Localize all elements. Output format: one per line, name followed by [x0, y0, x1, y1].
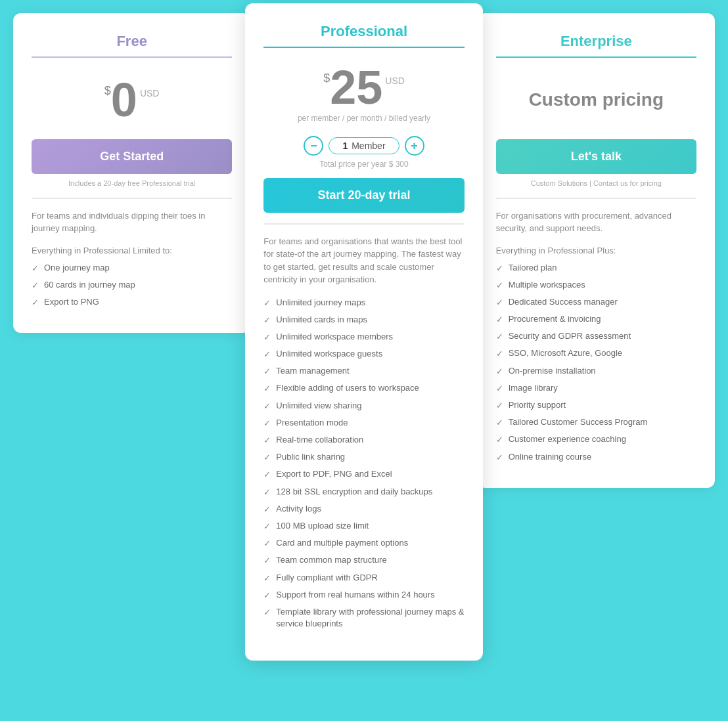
list-item: ✓Team common map structure — [263, 554, 464, 567]
list-item: ✓Dedicated Success manager — [496, 296, 696, 309]
professional-features-list: ✓Unlimited journey maps✓Unlimited cards … — [263, 297, 464, 630]
list-item: ✓Procurement & invoicing — [496, 313, 696, 326]
check-icon: ✓ — [263, 332, 271, 343]
enterprise-plan-title: Enterprise — [496, 33, 696, 50]
professional-price-subtitle: per member / per month / billed yearly — [298, 114, 430, 123]
list-item: ✓Unlimited workspace members — [263, 331, 464, 343]
check-icon: ✓ — [496, 383, 503, 395]
check-icon: ✓ — [263, 349, 271, 360]
professional-currency-symbol: $ — [323, 72, 330, 85]
list-item: ✓SSO, Microsoft Azure, Google — [496, 347, 696, 360]
check-icon: ✓ — [263, 504, 271, 515]
check-icon: ✓ — [263, 452, 271, 464]
check-icon: ✓ — [496, 314, 503, 326]
check-icon: ✓ — [32, 263, 39, 274]
free-features-list: ✓One journey map✓60 cards in journey map… — [32, 262, 232, 309]
list-item: ✓100 MB upload size limit — [263, 520, 464, 533]
check-icon: ✓ — [263, 573, 271, 584]
check-icon: ✓ — [263, 469, 271, 481]
list-item: ✓On-premise installation — [496, 365, 696, 378]
free-currency-symbol: $ — [104, 84, 111, 98]
check-icon: ✓ — [496, 400, 503, 412]
list-item: ✓Image library — [496, 382, 696, 395]
check-icon: ✓ — [496, 417, 503, 429]
enterprise-cta-button[interactable]: Let's talk — [496, 139, 696, 174]
check-icon: ✓ — [496, 434, 503, 446]
enterprise-section-divider — [496, 198, 696, 199]
list-item: ✓Template library with professional jour… — [263, 606, 464, 630]
plus-icon: + — [411, 140, 418, 152]
check-icon: ✓ — [496, 348, 503, 360]
check-icon: ✓ — [32, 280, 39, 292]
pricing-container: Free $ 0 USD Get Started Includes a 20-d… — [13, 13, 715, 661]
list-item: ✓60 cards in journey map — [32, 279, 232, 292]
list-item: ✓Public link sharing — [263, 451, 464, 464]
list-item: ✓Card and multiple payment options — [263, 537, 464, 550]
list-item: ✓128 bit SSL encryption and daily backup… — [263, 486, 464, 498]
member-selector: − 1 Member + — [263, 136, 464, 156]
enterprise-cta-sub: Custom Solutions | Contact us for pricin… — [496, 179, 696, 187]
check-icon: ✓ — [263, 521, 271, 533]
list-item: ✓Security and GDPR assessment — [496, 330, 696, 343]
professional-description: For teams and organisations that wants t… — [263, 235, 464, 286]
enterprise-features-heading: Everything in Professional Plus: — [496, 246, 696, 255]
check-icon: ✓ — [496, 366, 503, 378]
enterprise-plan-card: Enterprise Custom pricing Let's talk Cus… — [478, 13, 715, 488]
check-icon: ✓ — [263, 315, 271, 326]
free-plan-card: Free $ 0 USD Get Started Includes a 20-d… — [13, 13, 250, 333]
check-icon: ✓ — [263, 366, 271, 378]
list-item: ✓Priority support — [496, 399, 696, 412]
professional-cta-button[interactable]: Start 20-day trial — [263, 178, 464, 213]
list-item: ✓Customer experience coaching — [496, 433, 696, 446]
list-item: ✓Flexible adding of users to workspace — [263, 382, 464, 395]
list-item: ✓Tailored plan — [496, 262, 696, 274]
professional-price-area: $ 25 USD per member / per month / billed… — [263, 64, 464, 123]
list-item: ✓Support from real humans within 24 hour… — [263, 589, 464, 601]
check-icon: ✓ — [263, 538, 271, 550]
enterprise-title-divider — [496, 56, 696, 58]
free-price-number: 0 — [111, 76, 137, 123]
list-item: ✓Real-time collaboration — [263, 434, 464, 447]
enterprise-features-list: ✓Tailored plan✓Multiple workspaces✓Dedic… — [496, 262, 696, 464]
free-currency: USD — [140, 88, 160, 98]
list-item: ✓Unlimited journey maps — [263, 297, 464, 309]
professional-plan-card: Professional $ 25 USD per member / per m… — [245, 3, 482, 661]
list-item: ✓Online training course — [496, 451, 696, 464]
free-price-area: $ 0 USD — [32, 74, 232, 126]
list-item: ✓Unlimited cards in maps — [263, 314, 464, 326]
check-icon: ✓ — [496, 280, 503, 292]
member-increase-button[interactable]: + — [405, 136, 424, 156]
list-item: ✓Presentation mode — [263, 417, 464, 429]
list-item: ✓Team management — [263, 365, 464, 378]
check-icon: ✓ — [263, 607, 271, 619]
free-plan-title: Free — [32, 33, 232, 50]
member-count: 1 — [342, 141, 348, 151]
check-icon: ✓ — [496, 452, 503, 464]
enterprise-price-area: Custom pricing — [496, 74, 696, 126]
free-cta-sub: Includes a 20-day free Professional tria… — [32, 179, 232, 187]
professional-price-main: $ 25 USD — [323, 64, 405, 111]
enterprise-description: For organisations with procurement, adva… — [496, 209, 696, 235]
check-icon: ✓ — [263, 435, 271, 447]
free-cta-button[interactable]: Get Started — [32, 139, 232, 174]
check-icon: ✓ — [263, 383, 271, 395]
member-decrease-button[interactable]: − — [304, 136, 323, 156]
check-icon: ✓ — [496, 331, 503, 343]
check-icon: ✓ — [32, 297, 39, 309]
list-item: ✓Unlimited view sharing — [263, 400, 464, 412]
check-icon: ✓ — [263, 401, 271, 412]
list-item: ✓Multiple workspaces — [496, 279, 696, 292]
free-features-heading: Everything in Professional Limited to: — [32, 246, 232, 255]
list-item: ✓Tailored Customer Success Program — [496, 416, 696, 429]
free-title-divider — [32, 56, 232, 58]
list-item: ✓Export to PNG — [32, 296, 232, 309]
member-label: Member — [352, 141, 385, 151]
free-price-main: $ 0 USD — [104, 76, 160, 123]
professional-currency: USD — [385, 76, 405, 86]
check-icon: ✓ — [263, 487, 271, 498]
list-item: ✓Unlimited workspace guests — [263, 348, 464, 360]
list-item: ✓Fully compliant with GDPR — [263, 572, 464, 584]
enterprise-custom-pricing: Custom pricing — [529, 88, 664, 112]
total-price: Total price per year $ 300 — [263, 160, 464, 169]
check-icon: ✓ — [496, 297, 503, 309]
